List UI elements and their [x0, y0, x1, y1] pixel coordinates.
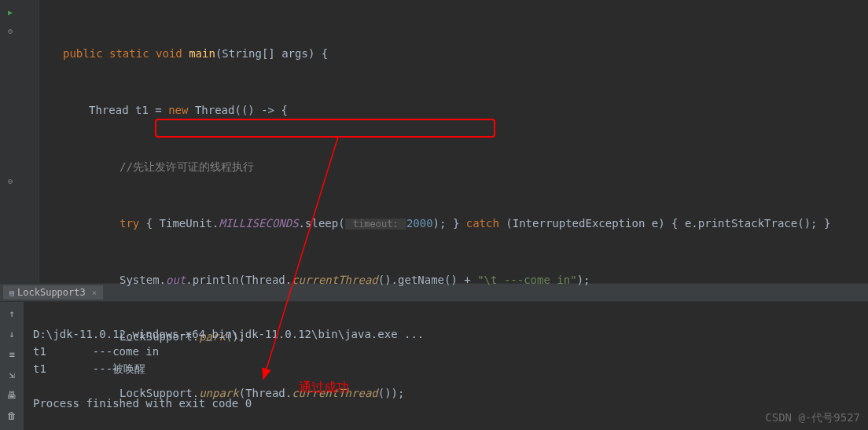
console-line: t1 ---被唤醒 [33, 362, 145, 375]
code-text: .println(Thread. [186, 274, 292, 286]
code-text: System. [120, 274, 166, 286]
method-name: main [189, 47, 215, 60]
run-gutter-icon[interactable]: ▶ [8, 8, 13, 17]
soft-wrap-icon[interactable]: ≡ [5, 347, 19, 362]
keyword: catch [466, 217, 499, 230]
code-editor[interactable]: ▶ ⊖ ⊖ public static void main(String[] a… [0, 0, 868, 283]
code-text: (InterruptedException e) { e.printStackT… [499, 217, 830, 230]
code-text: ); [577, 274, 590, 286]
watermark: CSDN @-代号9527 [765, 411, 860, 425]
keyword: public [63, 47, 103, 60]
console-panel: ↑ ↓ ≡ ⇲ 🖶 🗑 D:\jdk-11.0.12_windows-x64_b… [0, 302, 868, 430]
code-text: { TimeUnit. [139, 217, 219, 230]
code-text: (String[] args) { [215, 47, 328, 60]
keyword: try [120, 217, 139, 230]
string: "\t ---come in" [477, 274, 576, 286]
method: currentThread [292, 274, 378, 286]
code-text: Thread(() -> { [188, 104, 287, 116]
scroll-to-bottom-icon[interactable]: ↓ [5, 327, 19, 341]
success-annotation: 通过成功 [299, 379, 349, 396]
print-icon[interactable]: 🖶 [5, 388, 19, 402]
keyword: static [109, 47, 149, 60]
console-toolbar: ↑ ↓ ≡ ⇲ 🖶 🗑 [0, 302, 24, 430]
fold-icon[interactable]: ⊖ [8, 177, 13, 186]
code-text: ); } [433, 217, 466, 230]
keyword: new [168, 104, 188, 116]
console-line: D:\jdk-11.0.12_windows-x64_bin\jdk-11.0.… [33, 328, 424, 340]
param-hint: timeout: [345, 219, 406, 230]
code-content[interactable]: public static void main(String[] args) {… [39, 0, 868, 283]
code-text: Thread t1 = [89, 104, 168, 116]
console-line: t1 ---come in [33, 345, 159, 358]
highlight-annotation [155, 119, 495, 138]
scroll-to-end-icon[interactable]: ⇲ [5, 368, 19, 382]
fold-icon[interactable]: ⊖ [8, 27, 13, 35]
comment: //先让发许可证的线程执行 [120, 160, 254, 173]
number: 2000 [406, 217, 433, 230]
editor-gutter[interactable]: ▶ ⊖ ⊖ [0, 0, 39, 283]
keyword: void [156, 47, 182, 60]
field: out [166, 274, 186, 286]
code-text: .sleep( [299, 217, 345, 230]
console-line: Process finished with exit code 0 [33, 397, 252, 410]
code-text: ().getName() + [378, 274, 477, 286]
field: MILLISECONDS [219, 217, 298, 230]
run-config-icon: ▤ [9, 289, 14, 297]
clear-icon[interactable]: 🗑 [5, 409, 19, 423]
console-output[interactable]: D:\jdk-11.0.12_windows-x64_bin\jdk-11.0.… [24, 302, 868, 430]
scroll-to-top-icon[interactable]: ↑ [5, 307, 19, 321]
